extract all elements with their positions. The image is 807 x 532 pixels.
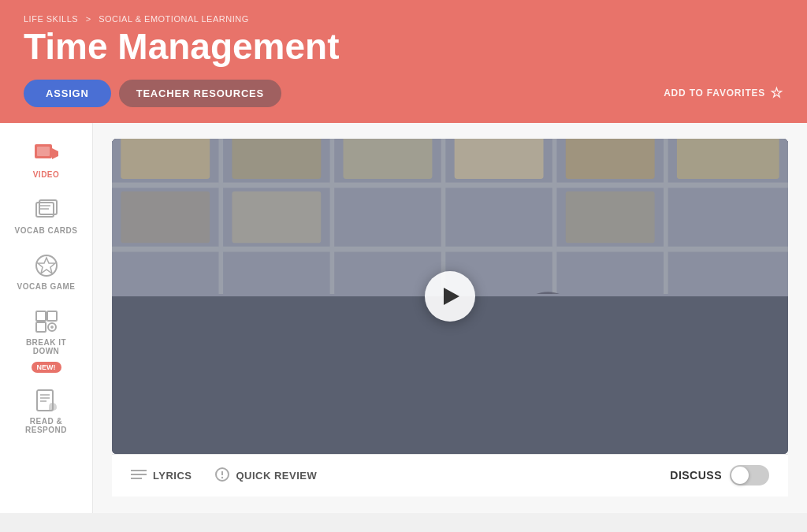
toggle-knob <box>731 467 749 484</box>
svg-rect-28 <box>552 139 557 314</box>
svg-rect-44 <box>290 348 370 419</box>
breadcrumb: LIFE SKILLS > SOCIAL & EMOTIONAL LEARNIN… <box>24 14 783 24</box>
sidebar-item-video[interactable]: VIDEO <box>0 131 92 187</box>
lyrics-label: LYRICS <box>153 470 192 482</box>
svg-rect-40 <box>201 349 699 453</box>
svg-rect-42 <box>192 340 219 454</box>
svg-rect-2 <box>37 147 50 156</box>
sidebar-item-read-respond-label: READ &RESPOND <box>25 417 67 434</box>
sidebar-item-break-it-down-label: BREAK ITDOWN <box>26 338 66 355</box>
svg-rect-22 <box>112 182 788 188</box>
svg-rect-32 <box>344 139 433 179</box>
lyrics-button[interactable]: LYRICS <box>131 469 192 482</box>
play-icon <box>444 288 459 305</box>
video-background <box>112 139 788 454</box>
sidebar-item-video-label: VIDEO <box>33 170 60 179</box>
quick-review-label: QUICK REVIEW <box>236 470 317 482</box>
svg-point-52 <box>321 421 383 454</box>
sidebar-item-break-it-down[interactable]: BREAK ITDOWN NEW! <box>0 299 92 378</box>
svg-point-47 <box>512 292 583 372</box>
discuss-area: DISCUSS <box>670 465 769 485</box>
svg-marker-1 <box>52 148 58 159</box>
page-title: Time Management <box>24 27 783 67</box>
assign-button[interactable]: ASSIGN <box>24 80 111 107</box>
svg-rect-30 <box>121 139 210 179</box>
lyrics-icon <box>131 469 147 482</box>
svg-point-49 <box>545 355 587 397</box>
sidebar-item-read-respond[interactable]: READ &RESPOND <box>0 378 92 442</box>
sidebar-item-vocab-game-label: VOCAB GAME <box>17 282 76 291</box>
breadcrumb-separator: > <box>86 14 91 24</box>
svg-rect-37 <box>232 191 321 242</box>
play-button[interactable] <box>425 271 475 322</box>
star-icon: ☆ <box>770 84 783 102</box>
sidebar-item-vocab-game[interactable]: VOCAB GAME <box>0 243 92 299</box>
svg-rect-53 <box>348 421 355 441</box>
svg-rect-39 <box>112 315 788 453</box>
svg-point-60 <box>221 477 223 478</box>
sidebar-item-vocab-cards[interactable]: VOCAB CARDS <box>0 187 92 243</box>
svg-rect-38 <box>566 191 655 242</box>
vocab-game-icon <box>33 254 60 277</box>
svg-rect-23 <box>112 246 788 251</box>
svg-rect-43 <box>682 340 708 454</box>
svg-line-51 <box>566 376 579 381</box>
add-to-favorites-button[interactable]: ADD TO FAVORITES ☆ <box>664 84 783 102</box>
video-player[interactable] <box>112 139 788 454</box>
break-it-down-icon <box>33 310 60 333</box>
breadcrumb-part1: LIFE SKILLS <box>24 14 78 24</box>
new-badge: NEW! <box>32 362 61 373</box>
svg-rect-11 <box>36 322 46 332</box>
svg-rect-25 <box>218 139 223 314</box>
svg-rect-34 <box>566 139 655 179</box>
svg-rect-33 <box>455 139 544 179</box>
header-buttons: ASSIGN TEACHER RESOURCES <box>24 80 281 107</box>
add-to-favorites-label: ADD TO FAVORITES <box>664 87 765 99</box>
svg-rect-46 <box>521 348 592 419</box>
svg-rect-29 <box>664 139 668 314</box>
video-icon <box>33 142 60 166</box>
bottom-bar: LYRICS QUICK REVIEW DISCUSS <box>112 454 788 497</box>
svg-rect-26 <box>330 139 335 314</box>
sidebar: VIDEO VOCAB CARDS VOCAB GA <box>0 123 93 513</box>
discuss-label: DISCUSS <box>670 469 722 482</box>
read-respond-icon <box>33 389 60 412</box>
svg-rect-35 <box>677 139 779 179</box>
discuss-toggle[interactable] <box>730 465 769 485</box>
teacher-resources-button[interactable]: TEACHER RESOURCES <box>119 80 281 107</box>
svg-rect-31 <box>232 139 321 179</box>
svg-rect-54 <box>672 421 721 443</box>
svg-rect-36 <box>121 191 210 242</box>
svg-rect-10 <box>47 311 57 321</box>
svg-rect-41 <box>201 345 699 372</box>
svg-rect-9 <box>36 311 46 321</box>
svg-point-48 <box>541 352 590 401</box>
quick-review-icon <box>215 467 229 483</box>
header-actions: ASSIGN TEACHER RESOURCES ADD TO FAVORITE… <box>24 80 783 107</box>
vocab-cards-icon <box>33 198 60 221</box>
breadcrumb-part2: SOCIAL & EMOTIONAL LEARNING <box>99 14 249 24</box>
content-area: LYRICS QUICK REVIEW DISCUSS <box>93 123 807 513</box>
header-banner: LIFE SKILLS > SOCIAL & EMOTIONAL LEARNIN… <box>0 0 807 123</box>
sidebar-item-vocab-cards-label: VOCAB CARDS <box>15 226 78 235</box>
quick-review-button[interactable]: QUICK REVIEW <box>215 467 317 483</box>
main-layout: VIDEO VOCAB CARDS VOCAB GA <box>0 123 807 513</box>
svg-marker-8 <box>38 258 55 273</box>
svg-rect-45 <box>601 348 699 419</box>
